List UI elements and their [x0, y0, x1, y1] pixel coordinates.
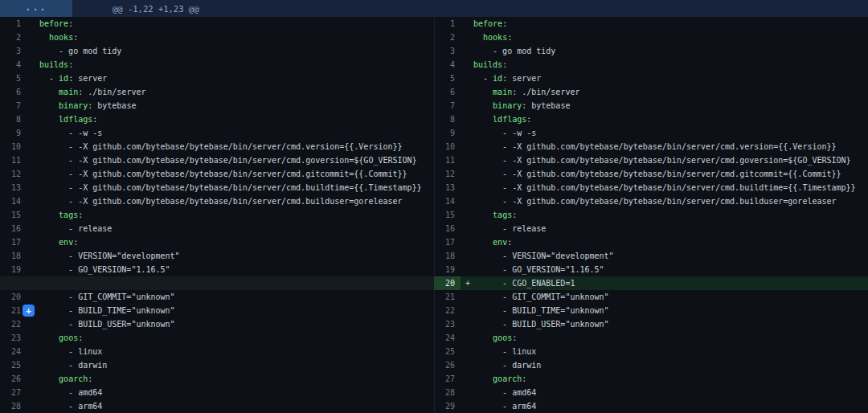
line-number[interactable]: 26	[434, 358, 461, 372]
diff-row: 2 hooks:	[0, 31, 434, 44]
diff-row: 22 - BUILD_TIME="unknown"	[434, 304, 868, 317]
line-number[interactable]: 21	[434, 290, 461, 304]
line-number[interactable]: 7	[0, 99, 27, 112]
line-number[interactable]: 15	[434, 208, 461, 222]
line-number[interactable]: 16	[0, 222, 27, 235]
expand-hunk-button[interactable]: ...	[0, 0, 72, 17]
line-number[interactable]: 24	[434, 331, 461, 345]
code-line: - go mod tidy	[27, 44, 434, 58]
code-text: env:	[461, 235, 512, 249]
diff-row: 24 goos:	[434, 331, 868, 345]
code-text: - GO_VERSION="1.16.5"	[461, 263, 604, 276]
line-number[interactable]: 2	[434, 31, 461, 44]
diff-row: 14 - -X github.com/bytebase/bytebase/bin…	[434, 194, 868, 208]
line-number[interactable]: 11	[434, 153, 461, 167]
code-line	[27, 276, 434, 290]
line-number[interactable]: 25	[0, 358, 27, 372]
line-number[interactable]: 19	[434, 263, 461, 276]
line-number[interactable]: 25	[434, 345, 461, 358]
line-number[interactable]: 11	[0, 153, 27, 167]
diff-row: 10 - -X github.com/bytebase/bytebase/bin…	[434, 140, 868, 153]
line-number[interactable]: 29	[434, 399, 461, 413]
line-number[interactable]: 14	[434, 194, 461, 208]
code-line: - GIT_COMMIT="unknown"	[461, 290, 868, 304]
code-line: builds:	[461, 58, 868, 72]
code-line: - VERSION="development"	[461, 249, 868, 263]
diff-row: 27 - amd64	[0, 386, 434, 399]
diff-row: 27 goarch:	[434, 372, 868, 386]
diff-row: 28 - amd64	[434, 386, 868, 399]
line-number[interactable]: 2	[0, 31, 27, 44]
code-text: builds:	[27, 58, 73, 72]
line-number[interactable]: 23	[0, 331, 27, 345]
line-number[interactable]: 18	[0, 249, 27, 263]
line-number[interactable]: 4	[0, 58, 27, 72]
line-number[interactable]: 6	[434, 85, 461, 99]
line-number[interactable]: 14	[0, 194, 27, 208]
line-number[interactable]: 10	[434, 140, 461, 153]
line-number[interactable]: 8	[434, 112, 461, 126]
line-number[interactable]: 28	[0, 399, 27, 413]
code-line: - darwin	[27, 358, 434, 372]
line-number[interactable]: 4	[434, 58, 461, 72]
line-number[interactable]: 24	[0, 345, 27, 358]
line-number[interactable]: 20	[0, 290, 27, 304]
line-number[interactable]: 9	[434, 126, 461, 140]
line-number[interactable]: 28	[434, 386, 461, 399]
line-number[interactable]: 10	[0, 140, 27, 153]
line-number[interactable]: 1	[0, 17, 27, 31]
diff-row: 22 - BUILD_USER="unknown"	[0, 317, 434, 331]
line-number[interactable]: 22	[0, 317, 27, 331]
line-number[interactable]: 27	[0, 386, 27, 399]
line-number[interactable]: 23	[434, 317, 461, 331]
line-number[interactable]: 15	[0, 208, 27, 222]
line-number[interactable]: 12	[0, 167, 27, 181]
code-text: - -w -s	[461, 126, 536, 140]
code-line: - -w -s	[461, 126, 868, 140]
code-text: env:	[27, 235, 78, 249]
line-number[interactable]: 20	[434, 276, 461, 290]
line-number[interactable]: 16	[434, 222, 461, 235]
line-number[interactable]: 27	[434, 372, 461, 386]
line-number[interactable]: 17	[0, 235, 27, 249]
code-text: tags:	[27, 208, 83, 222]
code-line: - go mod tidy	[461, 44, 868, 58]
line-number[interactable]: 8	[0, 112, 27, 126]
diff-row: 25 - linux	[434, 345, 868, 358]
line-number[interactable]: 9	[0, 126, 27, 140]
diff-row: 19 - GO_VERSION="1.16.5"	[434, 263, 868, 276]
diff-row: 9 - -w -s	[434, 126, 868, 140]
line-number[interactable]: 13	[434, 181, 461, 194]
code-text: - BUILD_USER="unknown"	[27, 317, 175, 331]
code-text: - VERSION="development"	[461, 249, 614, 263]
code-text: - CGO_ENABLED=1	[461, 276, 575, 290]
line-number[interactable]: 1	[434, 17, 461, 31]
line-number[interactable]: 5	[0, 72, 27, 85]
code-text: - -X github.com/bytebase/bytebase/bin/se…	[27, 167, 407, 181]
line-number[interactable]: 7	[434, 99, 461, 112]
code-line: - GIT_COMMIT="unknown"	[27, 290, 434, 304]
line-number[interactable]: 19	[0, 263, 27, 276]
line-number[interactable]: 18	[434, 249, 461, 263]
diff-row: 3 - go mod tidy	[0, 44, 434, 58]
line-number[interactable]: 26	[0, 372, 27, 386]
line-number[interactable]: 3	[0, 44, 27, 58]
code-line: goos:	[461, 331, 868, 345]
code-text: - -X github.com/bytebase/bytebase/bin/se…	[27, 194, 403, 208]
line-number[interactable]: 3	[434, 44, 461, 58]
code-text: - arm64	[27, 399, 102, 413]
line-number[interactable]: 22	[434, 304, 461, 317]
diff-row: 1before:	[0, 17, 434, 31]
hunk-range-text: @@ -1,22 +1,23 @@	[72, 0, 199, 17]
code-text: - go mod tidy	[461, 44, 555, 58]
diff-row: 18 - VERSION="development"	[0, 249, 434, 263]
diff-row: 12 - -X github.com/bytebase/bytebase/bin…	[0, 167, 434, 181]
diff-row: 25 - darwin	[0, 358, 434, 372]
line-number[interactable]: 6	[0, 85, 27, 99]
code-line: - -X github.com/bytebase/bytebase/bin/se…	[461, 194, 868, 208]
code-text: goarch:	[461, 372, 526, 386]
line-number[interactable]: 12	[434, 167, 461, 181]
line-number[interactable]: 13	[0, 181, 27, 194]
line-number[interactable]: 5	[434, 72, 461, 85]
line-number[interactable]: 17	[434, 235, 461, 249]
